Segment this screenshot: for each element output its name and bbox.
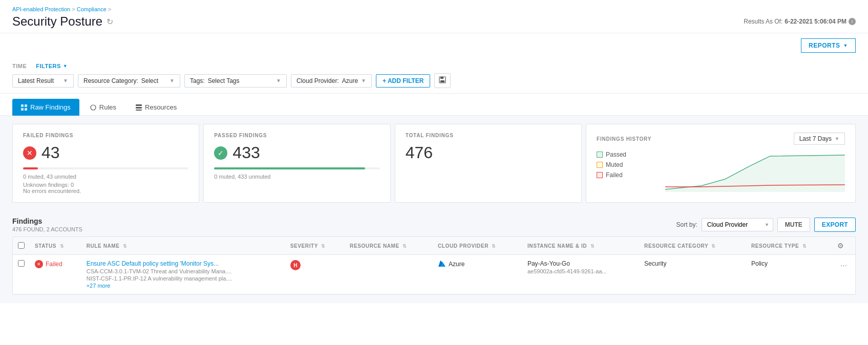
col-header-rule-name: RULE NAME ⇅ [81,237,285,255]
sort-arrows-resource-category[interactable]: ⇅ [711,244,716,249]
resource-category-cell: Security [639,255,746,294]
chevron-down-icon: ▼ [361,78,366,83]
sort-arrows-resource-name[interactable]: ⇅ [403,244,407,249]
svg-rect-1 [440,77,443,79]
tab-raw-findings[interactable]: Raw Findings [12,99,79,116]
sort-arrows-rule[interactable]: ⇅ [123,244,128,249]
legend-passed: Passed [597,151,626,158]
save-filter-button[interactable] [434,73,451,88]
save-icon [439,76,446,83]
tabs-row: Raw Findings Rules Resources [0,94,868,116]
svg-rect-2 [440,80,444,82]
svg-rect-8 [136,104,142,106]
status-cell: ✕ Failed [35,260,76,268]
chevron-down-icon: ▼ [170,78,175,83]
failed-legend-box [597,172,603,178]
col-header-resource-category: RESOURCE CATEGORY ⇅ [639,237,746,255]
svg-point-7 [91,105,96,110]
chevron-down-icon: ▼ [63,63,68,69]
chevron-down-icon: ▼ [276,78,281,83]
svg-rect-6 [25,108,27,111]
row-actions-button[interactable]: ··· [837,260,850,271]
row-failed-icon: ✕ [35,260,43,268]
cloud-provider-select[interactable]: Cloud Provider: Azure ▼ [291,74,372,88]
breadcrumb: API-enabled Protection > Compliance > [12,6,856,12]
resource-category-select[interactable]: Resource Category: Select ▼ [78,74,180,88]
total-findings-card: TOTAL FINDINGS 476 [395,124,582,203]
svg-rect-3 [21,104,24,107]
time-label: TIME [12,63,27,69]
chevron-down-icon: ▼ [843,43,848,48]
mute-button[interactable]: MUTE [777,218,810,232]
grid-icon [21,104,27,111]
svg-rect-5 [21,108,24,111]
failed-findings-card: FAILED FINDINGS ✕ 43 0 muted, 43 unmuted… [12,124,199,203]
sort-arrows-severity[interactable]: ⇅ [321,244,326,249]
passed-legend-box [597,152,603,158]
col-header-status: STATUS ⇅ [30,237,81,255]
findings-title: Findings [12,217,82,225]
sort-arrows-cloud-provider[interactable]: ⇅ [492,244,496,249]
tab-resources[interactable]: Resources [127,99,185,116]
sort-arrows-status[interactable]: ⇅ [60,244,65,249]
resources-icon [136,104,142,111]
failed-bar [23,167,38,169]
reports-button[interactable]: REPORTS ▼ [801,38,856,53]
sort-arrows-instance[interactable]: ⇅ [590,244,595,249]
refresh-icon[interactable]: ↻ [107,17,113,27]
select-all-checkbox[interactable] [18,242,25,249]
tab-rules[interactable]: Rules [81,99,125,116]
cloud-provider-cell: Azure [433,255,522,294]
passed-findings-card: PASSED FINDINGS ✓ 433 0 muted, 433 unmut… [203,124,390,203]
add-filter-button[interactable]: + ADD FILTER [376,74,430,88]
time-filter-select[interactable]: Latest Result ▼ [12,74,74,88]
col-header-resource-type: RESOURCE TYPE ⇅ [746,237,832,255]
col-header-resource-name: RESOURCE NAME ⇅ [345,237,433,255]
time-range-select[interactable]: Last 7 Days ▼ [794,133,845,145]
chevron-down-icon: ▼ [835,136,839,141]
export-button[interactable]: EXPORT [814,218,856,232]
chart-legend: Passed Muted Failed [597,151,626,188]
sort-by-label: Sort by: [676,221,697,228]
results-as-of: Results As Of: 6-22-2021 5:06:04 PM i [744,18,856,25]
legend-muted: Muted [597,161,626,168]
sort-arrows-resource-type[interactable]: ⇅ [802,244,807,249]
failed-icon: ✕ [23,146,36,160]
resource-type-cell: Policy [746,255,832,294]
findings-table: STATUS ⇅ RULE NAME ⇅ SEVERITY ⇅ RESOUR [13,237,855,294]
sort-by-select[interactable]: Cloud Provider [702,218,773,231]
svg-rect-4 [25,104,27,107]
page-title: Security Posture [12,14,102,29]
passed-icon: ✓ [214,146,227,160]
table-settings-button[interactable]: ⚙ [837,242,844,250]
col-header-cloud-provider: CLOUD PROVIDER ⇅ [433,237,522,255]
tags-select[interactable]: Tags: Select Tags ▼ [184,74,287,88]
rules-icon [90,104,96,111]
table-row: ✕ Failed Ensure ASC Default policy setti… [13,255,855,294]
resource-name-cell [345,255,433,294]
col-header-severity: SEVERITY ⇅ [285,237,345,255]
findings-subtitle: 476 FOUND, 2 ACCOUNTS [12,226,82,232]
severity-badge: H [290,260,301,270]
info-icon[interactable]: i [849,18,856,25]
severity-cell: H [285,255,345,294]
more-rules-link[interactable]: +27 more [87,283,280,289]
svg-rect-10 [136,110,142,111]
instance-name-cell: Pay-As-You-Go ae59002a-cfd5-4149-9261-aa… [522,255,639,294]
chevron-down-icon: ▼ [63,78,68,83]
row-checkbox[interactable] [18,260,25,267]
findings-table-wrapper: STATUS ⇅ RULE NAME ⇅ SEVERITY ⇅ RESOUR [12,236,856,295]
legend-failed: Failed [597,171,626,179]
filters-label[interactable]: FILTERS ▼ [36,63,68,69]
findings-chart [665,151,845,192]
findings-history-card: FINDINGS HISTORY Last 7 Days ▼ Passed Mu… [586,124,856,203]
rule-name-cell: Ensure ASC Default policy setting 'Monit… [81,255,285,294]
svg-rect-9 [136,107,142,109]
azure-icon [438,260,446,268]
col-header-instance-name: INSTANCE NAME & ID ⇅ [522,237,639,255]
muted-legend-box [597,162,603,168]
passed-bar [214,167,365,169]
